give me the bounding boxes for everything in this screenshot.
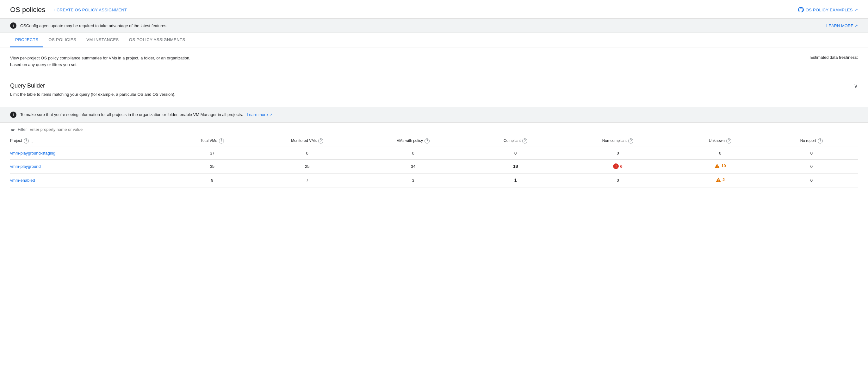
cell-monitored-vms: 25 xyxy=(259,159,361,173)
freshness-label: Estimated data freshness: xyxy=(810,55,858,60)
tab-os-policies[interactable]: OS POLICIES xyxy=(43,33,81,47)
sort-icon-project[interactable]: ↓ xyxy=(31,138,33,143)
query-builder-description: Limit the table to items matching your q… xyxy=(10,92,858,97)
cell-vms-with-policy: 34 xyxy=(361,159,471,173)
cell-vms-with-policy: 0 xyxy=(361,147,471,159)
unknown-badge: ! 2 xyxy=(716,177,725,182)
filter-bar: Filter xyxy=(10,123,858,135)
query-builder-header: Query Builder ∨ xyxy=(10,82,858,90)
project-link[interactable]: vmm-enabled xyxy=(10,178,35,183)
warning-triangle-icon: ! xyxy=(714,163,720,168)
info-banner-1: i OSConfig agent update may be required … xyxy=(0,19,868,33)
tab-projects[interactable]: PROJECTS xyxy=(10,33,43,47)
unknown-badge: ! 10 xyxy=(714,163,726,168)
help-icon-no-report[interactable]: ? xyxy=(818,138,823,143)
cell-unknown: ! 10 xyxy=(675,159,770,173)
banner2-text: To make sure that you're seeing informat… xyxy=(20,112,243,117)
cell-compliant: 0 xyxy=(470,147,565,159)
table-row: vmm-playground35253418! 6! 100 xyxy=(10,159,858,173)
col-header-noncompliant: Non-compliant ? xyxy=(566,135,675,147)
tab-os-policy-assignments[interactable]: OS POLICY ASSIGNMENTS xyxy=(124,33,190,47)
page-header: OS policies + CREATE OS POLICY ASSIGNMEN… xyxy=(0,0,868,19)
external-link-icon: ↗ xyxy=(855,8,858,12)
table-header-row: Project ? ↓ Total VMs ? Monitored VMs ? … xyxy=(10,135,858,147)
col-header-unknown: Unknown ? xyxy=(675,135,770,147)
help-icon-project[interactable]: ? xyxy=(24,138,29,143)
page-title: OS policies xyxy=(10,6,45,14)
cell-no-report: 0 xyxy=(770,147,858,159)
project-link[interactable]: vmm-playground xyxy=(10,164,41,169)
table-container: Project ? ↓ Total VMs ? Monitored VMs ? … xyxy=(10,135,858,187)
help-icon-monitored-vms[interactable]: ? xyxy=(318,138,323,143)
cell-noncompliant: ! 6 xyxy=(566,159,675,173)
table-row: vmm-playground-staging37000000 xyxy=(10,147,858,159)
cell-monitored-vms: 0 xyxy=(259,147,361,159)
cell-project: vmm-playground xyxy=(10,159,171,173)
cell-no-report: 0 xyxy=(770,159,858,173)
cell-compliant: 1 xyxy=(470,173,565,187)
filter-lines-icon xyxy=(10,128,15,131)
help-icon-vms-with-policy[interactable]: ? xyxy=(425,138,430,143)
col-header-vms-with-policy: VMs with policy ? xyxy=(361,135,471,147)
col-header-project: Project ? ↓ xyxy=(10,135,171,147)
cell-unknown: ! 2 xyxy=(675,173,770,187)
chevron-down-icon[interactable]: ∨ xyxy=(854,82,858,90)
warning-triangle-icon: ! xyxy=(716,177,721,182)
query-builder-title: Query Builder xyxy=(10,82,45,89)
cell-noncompliant: 0 xyxy=(566,173,675,187)
header-left: OS policies + CREATE OS POLICY ASSIGNMEN… xyxy=(10,6,127,14)
banner1-text: OSConfig agent update may be required to… xyxy=(20,23,167,28)
cell-total-vms: 37 xyxy=(171,147,258,159)
info-icon-1: i xyxy=(10,23,17,29)
cell-project: vmm-enabled xyxy=(10,173,171,187)
col-header-compliant: Compliant ? xyxy=(470,135,565,147)
main-content: View per-project OS policy compliance su… xyxy=(0,47,868,187)
banner1-learn-more[interactable]: LEARN MORE ↗ xyxy=(826,23,858,28)
projects-table: Project ? ↓ Total VMs ? Monitored VMs ? … xyxy=(10,135,858,187)
table-row: vmm-enabled97310! 20 xyxy=(10,173,858,187)
cell-noncompliant: 0 xyxy=(566,147,675,159)
svg-text:!: ! xyxy=(718,179,719,182)
filter-label: Filter xyxy=(18,127,27,132)
help-icon-unknown[interactable]: ? xyxy=(726,138,731,143)
help-icon-noncompliant[interactable]: ? xyxy=(628,138,633,143)
col-header-monitored-vms: Monitored VMs ? xyxy=(259,135,361,147)
cell-total-vms: 35 xyxy=(171,159,258,173)
page-description: View per-project OS policy compliance su… xyxy=(10,55,200,68)
info-banner-2: i To make sure that you're seeing inform… xyxy=(0,107,868,123)
query-builder: Query Builder ∨ Limit the table to items… xyxy=(10,76,858,102)
cell-no-report: 0 xyxy=(770,173,858,187)
filter-input[interactable] xyxy=(29,127,858,132)
external-link-icon-2: ↗ xyxy=(855,23,858,28)
cell-vms-with-policy: 3 xyxy=(361,173,471,187)
filter-icon: Filter xyxy=(10,127,27,132)
svg-text:!: ! xyxy=(717,165,718,168)
external-link-icon-3: ↗ xyxy=(269,112,272,117)
banner2-learn-more[interactable]: Learn more ↗ xyxy=(247,112,272,117)
help-icon-total-vms[interactable]: ? xyxy=(219,138,224,143)
cell-unknown: 0 xyxy=(675,147,770,159)
github-icon xyxy=(798,7,804,13)
content-top-row: View per-project OS policy compliance su… xyxy=(10,55,858,68)
cell-total-vms: 9 xyxy=(171,173,258,187)
cell-monitored-vms: 7 xyxy=(259,173,361,187)
noncompliant-badge: ! 6 xyxy=(613,163,622,169)
col-header-total-vms: Total VMs ? xyxy=(171,135,258,147)
project-link[interactable]: vmm-playground-staging xyxy=(10,151,55,156)
tab-vm-instances[interactable]: VM INSTANCES xyxy=(81,33,124,47)
info-icon-2: i xyxy=(10,111,17,118)
cell-compliant: 18 xyxy=(470,159,565,173)
error-icon: ! xyxy=(613,163,619,169)
os-policy-examples-link[interactable]: OS POLICY EXAMPLES ↗ xyxy=(798,7,858,13)
help-icon-compliant[interactable]: ? xyxy=(522,138,527,143)
cell-project: vmm-playground-staging xyxy=(10,147,171,159)
col-header-no-report: No report ? xyxy=(770,135,858,147)
create-os-policy-link[interactable]: + CREATE OS POLICY ASSIGNMENT xyxy=(53,8,127,12)
tabs-bar: PROJECTS OS POLICIES VM INSTANCES OS POL… xyxy=(0,33,868,47)
